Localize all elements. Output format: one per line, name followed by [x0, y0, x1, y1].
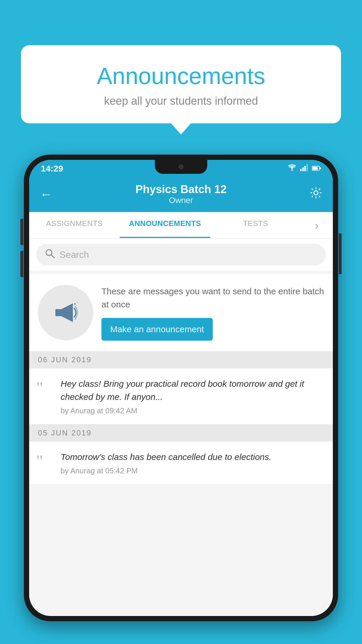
svg-marker-13	[61, 303, 73, 322]
status-time: 14:29	[41, 164, 63, 174]
speech-bubble: Announcements keep all your students inf…	[21, 45, 341, 123]
announcement-text-1: Hey class! Bring your practical record b…	[61, 377, 324, 403]
search-section: Search	[29, 239, 333, 271]
quote-icon-1: "	[36, 379, 54, 415]
battery-icon	[312, 164, 321, 173]
svg-line-11	[51, 255, 54, 258]
announcement-item-2[interactable]: " Tomorrow's class has been cancelled du…	[29, 442, 333, 484]
svg-rect-7	[312, 167, 318, 170]
megaphone-icon	[51, 298, 80, 327]
tab-more[interactable]: ›	[301, 212, 333, 238]
volume-up-button	[20, 219, 23, 245]
phone-frame: 14:29	[24, 155, 338, 621]
svg-rect-8	[320, 167, 321, 169]
promo-card: These are messages you want to send to t…	[29, 274, 333, 351]
app-header: ← Physics Batch 12 Owner	[29, 177, 333, 212]
back-button[interactable]: ←	[40, 187, 52, 202]
announcement-content-1: Hey class! Bring your practical record b…	[61, 377, 324, 415]
announcement-item-1[interactable]: " Hey class! Bring your practical record…	[29, 368, 333, 424]
camera-dot	[178, 164, 184, 169]
bubble-subtitle: keep all your students informed	[38, 95, 324, 107]
svg-rect-14	[55, 309, 58, 316]
svg-rect-2	[300, 169, 302, 171]
search-placeholder: Search	[59, 249, 89, 260]
header-title-group: Physics Batch 12 Owner	[136, 183, 227, 205]
announcement-meta-1: by Anurag at 09:42 AM	[61, 406, 324, 415]
tab-assignments[interactable]: ASSIGNMENTS	[29, 212, 120, 238]
svg-point-17	[76, 305, 77, 306]
promo-right: These are messages you want to send to t…	[101, 285, 324, 341]
screen-content: Search	[29, 239, 333, 616]
announcement-text-2: Tomorrow's class has been cancelled due …	[61, 450, 324, 463]
announcement-content-2: Tomorrow's class has been cancelled due …	[61, 450, 324, 475]
svg-point-1	[291, 169, 293, 171]
promo-description: These are messages you want to send to t…	[101, 285, 324, 311]
header-subtitle: Owner	[136, 196, 227, 205]
bubble-title: Announcements	[38, 63, 324, 90]
svg-marker-0	[290, 167, 294, 169]
phone-screen: 14:29	[29, 160, 333, 616]
phone-notch	[155, 160, 207, 174]
wifi-icon	[287, 164, 297, 173]
gear-icon[interactable]	[310, 186, 322, 202]
header-title: Physics Batch 12	[136, 183, 227, 196]
svg-rect-4	[304, 166, 306, 171]
power-button	[339, 233, 342, 274]
tabs-bar: ASSIGNMENTS ANNOUNCEMENTS TESTS ›	[29, 212, 333, 239]
make-announcement-button[interactable]: Make an announcement	[101, 318, 213, 341]
status-icons	[287, 164, 321, 173]
date-separator-1: 06 JUN 2019	[29, 351, 333, 368]
megaphone-circle	[38, 285, 93, 340]
phone-container: 14:29	[24, 155, 338, 644]
svg-point-9	[314, 191, 318, 195]
search-bar[interactable]: Search	[36, 244, 326, 265]
signal-icon	[300, 164, 308, 173]
svg-point-16	[77, 302, 78, 303]
speech-bubble-container: Announcements keep all your students inf…	[21, 45, 341, 123]
svg-rect-3	[302, 167, 304, 171]
tab-announcements[interactable]: ANNOUNCEMENTS	[120, 212, 210, 238]
quote-icon-2: "	[36, 453, 54, 475]
svg-rect-5	[306, 164, 308, 171]
svg-point-15	[74, 303, 76, 305]
date-separator-2: 05 JUN 2019	[29, 424, 333, 442]
announcement-meta-2: by Anurag at 05:42 PM	[61, 466, 324, 475]
search-icon	[45, 249, 55, 261]
volume-down-button	[20, 251, 23, 277]
tab-tests[interactable]: TESTS	[210, 212, 301, 238]
